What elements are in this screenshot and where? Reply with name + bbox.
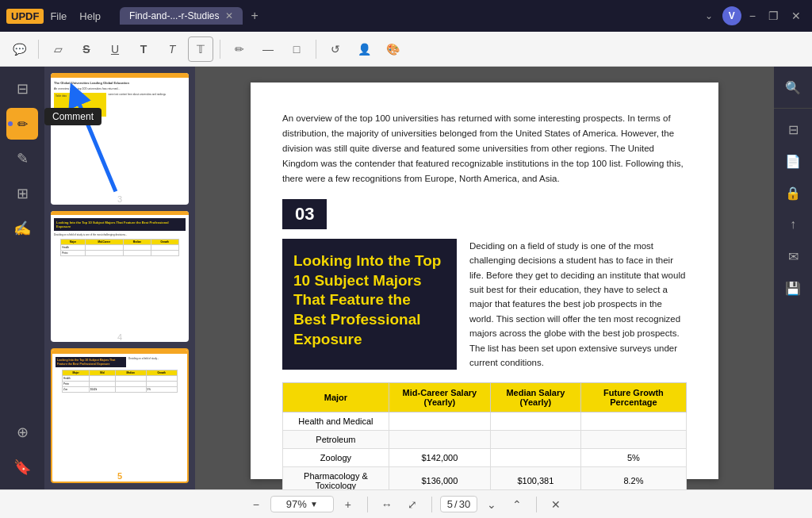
section-body: Deciding on a field of study is one of t… [469,239,687,370]
pages-icon: ⊟ [17,80,29,98]
right-save-icon[interactable]: 💾 [779,274,807,302]
highlight-tool-btn[interactable]: ▱ [45,36,71,62]
help-menu[interactable]: Help [79,10,101,22]
row3-midcareer: $142,000 [389,449,490,467]
active-indicator [8,121,13,126]
toolbar-sep-2 [220,40,220,59]
sidebar-item-bookmark[interactable]: 🔖 [6,451,38,483]
section-title: Looking Into the Top 10 Subject Majors T… [282,239,457,370]
right-ocr-icon[interactable]: 📄 [779,147,807,175]
thumbnail-panel: The Global Universities Leading Global E… [44,67,195,489]
organize-icon: ⊞ [17,185,29,202]
user-avatar[interactable]: V [722,6,741,25]
minimize-btn[interactable]: − [745,10,760,22]
tab-title: Find-and-...-r-Studies [129,10,219,21]
app-logo: UPDF [6,9,44,24]
sidebar-item-layers[interactable]: ⊕ [6,416,38,448]
stamp-tool-btn[interactable]: 👤 [351,36,377,62]
zoom-dropdown-icon[interactable]: ▼ [310,500,318,508]
fit-page-btn[interactable]: ⤢ [401,493,423,516]
table-row: Pharmacology & Toxicology $136,000 $100,… [283,467,687,489]
main-area: ⊟ ✏ Comment ✎ ⊞ ✍ ⊕ 🔖 [0,67,812,489]
sidebar-item-pages[interactable]: ⊟ [6,73,38,105]
fit-width-btn[interactable]: ↔ [376,493,398,516]
row2-median [490,431,580,449]
thumbnail-4-content: Looking Into the Top 10 Subject Majors T… [51,211,189,330]
table-header-major: Major [283,383,389,412]
row3-major: Zoology [283,449,389,467]
active-tab[interactable]: Find-and-...-r-Studies ✕ [120,7,243,25]
row1-median [490,412,580,431]
thumbnail-3-content: The Global Universities Leading Global E… [51,73,189,192]
strikethrough-tool-btn[interactable]: S [74,36,99,62]
table-row: Health and Medical [283,412,687,431]
total-pages: 30 [459,498,470,510]
zoom-out-btn[interactable]: − [245,493,267,516]
table-row: Petroleum [283,431,687,449]
current-page: 5 [447,498,453,510]
sidebar-bottom: ⊕ 🔖 [6,416,38,483]
tab-close-btn[interactable]: ✕ [225,10,233,21]
thumbnail-page-3[interactable]: The Global Universities Leading Global E… [51,73,189,205]
tab-bar: Find-and-...-r-Studies ✕ + ⌄ V − ❐ ✕ [120,6,806,25]
pencil-tool-btn[interactable]: ✏ [227,36,252,62]
right-search-icon[interactable]: 🔍 [779,73,807,102]
thumbnail-page-4[interactable]: Looking Into the Top 10 Subject Majors T… [51,211,189,343]
zoom-display[interactable]: 97% ▼ [270,496,334,512]
text-tool-btn[interactable]: T [131,36,156,62]
edit-icon: ✎ [17,150,29,167]
row1-major: Health and Medical [283,412,389,431]
table-header-midcareer: Mid-Career Salary (Yearly) [389,383,490,412]
right-lock-icon[interactable]: 🔒 [779,178,807,207]
thumbnail-5-content: Looking Into the Top 10 Subject Majors T… [52,350,187,469]
zoom-value: 97% [286,498,307,510]
right-email-icon[interactable]: ✉ [779,242,807,271]
right-share-icon[interactable]: ↑ [779,210,807,239]
intro-paragraph: An overview of the top 100 universities … [282,111,687,186]
bottom-bar: − 97% ▼ + ↔ ⤢ 5 / 30 ⌄ ⌃ ✕ [0,489,812,518]
sidebar-item-signature[interactable]: ✍ [6,213,38,244]
row2-major: Petroleum [283,431,389,449]
sidebar-item-organize[interactable]: ⊞ [6,178,38,209]
rect-tool-btn[interactable]: □ [284,36,309,62]
right-scan-icon[interactable]: ⊟ [779,115,807,144]
undo-tool-btn[interactable]: ↺ [323,36,348,62]
page-display: 5 / 30 [440,496,477,512]
new-tab-btn[interactable]: + [246,9,262,23]
zoom-in-btn[interactable]: + [337,493,359,516]
text3-tool-btn[interactable]: 𝕋 [188,36,213,62]
bottom-sep-2 [431,497,432,512]
text2-tool-btn[interactable]: T [159,36,185,62]
left-sidebar: ⊟ ✏ Comment ✎ ⊞ ✍ ⊕ 🔖 [0,67,44,489]
comment-icon: ✏ [17,117,28,132]
pdf-area[interactable]: An overview of the top 100 universities … [195,67,774,489]
thumb-3-pagenum: 3 [51,192,189,205]
file-menu[interactable]: File [50,10,67,22]
row4-major: Pharmacology & Toxicology [283,467,389,489]
title-bar: UPDF File Help Find-and-...-r-Studies ✕ … [0,0,812,32]
row1-growth [580,412,686,431]
underline-tool-btn[interactable]: U [102,36,128,62]
bookmark-icon: 🔖 [13,459,31,476]
toolbar: 💬 ▱ S U T T 𝕋 ✏ — □ ↺ 👤 🎨 [0,32,812,67]
color-tool-btn[interactable]: 🎨 [380,36,405,62]
sidebar-item-comment[interactable]: ✏ Comment [6,108,38,140]
close-btn-bottom[interactable]: ✕ [545,493,567,516]
close-btn[interactable]: ✕ [787,10,806,22]
row4-median: $100,381 [490,467,580,489]
sidebar-item-edit[interactable]: ✎ [6,143,38,175]
right-sep [774,108,812,109]
row4-growth: 8.2% [580,467,686,489]
maximize-btn[interactable]: ❐ [764,10,783,22]
row1-midcareer [389,412,490,431]
row2-midcareer [389,431,490,449]
prev-page-btn[interactable]: ⌄ [481,493,503,516]
next-page-btn[interactable]: ⌃ [506,493,528,516]
table-header-median: Median Salary (Yearly) [490,383,580,412]
thumbnail-page-5[interactable]: Looking Into the Top 10 Subject Majors T… [51,348,189,483]
thumb-5-pagenum: 5 [52,469,187,483]
shape-tool-btn[interactable]: — [255,36,281,62]
comment-tool-btn[interactable]: 💬 [6,36,32,62]
thumb-4-pagenum: 4 [51,330,189,343]
layers-icon: ⊕ [17,424,29,441]
